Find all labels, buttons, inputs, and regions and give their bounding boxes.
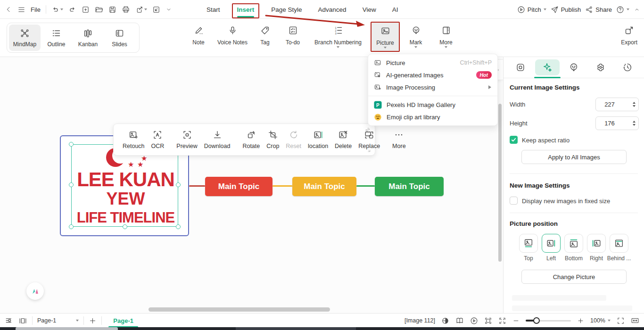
redo-button[interactable] bbox=[68, 6, 76, 14]
undo-button[interactable] bbox=[51, 6, 63, 14]
frame-icon[interactable] bbox=[484, 317, 492, 325]
width-stepper[interactable] bbox=[633, 102, 636, 107]
retouch-button[interactable]: Retouch bbox=[119, 130, 148, 149]
handbook-icon[interactable] bbox=[455, 316, 464, 325]
tool-picture[interactable]: Picture bbox=[372, 23, 399, 51]
slideshow-icon[interactable] bbox=[18, 316, 27, 325]
export-button[interactable]: Export bbox=[621, 22, 637, 46]
position-right[interactable]: Right bbox=[586, 234, 607, 262]
tab-sticker[interactable] bbox=[588, 59, 613, 75]
apply-to-all-button[interactable]: Apply to All Images bbox=[521, 150, 627, 164]
preview-button[interactable]: Preview bbox=[173, 130, 200, 149]
outline-location-icon[interactable] bbox=[5, 316, 14, 325]
tool-branch-numbering[interactable]: 123 Branch Numbering bbox=[308, 22, 368, 50]
main-topic-green[interactable]: Main Topic bbox=[375, 177, 444, 196]
more-button[interactable]: More bbox=[389, 130, 409, 149]
tab-ai[interactable]: AI bbox=[391, 5, 399, 14]
tab-image-settings[interactable] bbox=[535, 59, 560, 75]
new-file-button[interactable] bbox=[82, 6, 90, 14]
menu-item-image-processing[interactable]: Image Processing bbox=[368, 81, 497, 93]
view-mode-outline[interactable]: Outline bbox=[41, 25, 72, 51]
page-select[interactable]: Page-1 bbox=[37, 317, 79, 324]
add-page-button[interactable] bbox=[89, 317, 97, 325]
fit-screen-icon[interactable] bbox=[498, 317, 506, 325]
toolbar-collapse-icon[interactable] bbox=[165, 6, 172, 13]
tab-style[interactable] bbox=[508, 59, 533, 75]
fixed-size-checkbox[interactable] bbox=[510, 197, 518, 205]
menu-item-pexels[interactable]: P Pexels HD Image Gallery bbox=[368, 99, 497, 111]
zoom-slider-knob[interactable] bbox=[533, 317, 540, 324]
page-tab[interactable]: Page-1 bbox=[107, 317, 140, 324]
change-picture-button[interactable]: Change Picture bbox=[521, 270, 627, 284]
tab-history[interactable] bbox=[615, 59, 640, 75]
zoom-out-button[interactable] bbox=[512, 317, 520, 324]
selection-handle[interactable] bbox=[176, 182, 181, 187]
crop-button[interactable]: Crop bbox=[263, 130, 282, 149]
tab-insert[interactable]: Insert bbox=[235, 5, 256, 14]
play-slideshow-icon[interactable] bbox=[470, 317, 478, 325]
menu-item-ai-images[interactable]: AI-generated Images Hot bbox=[368, 69, 497, 81]
delete-button[interactable]: Delete bbox=[331, 130, 355, 149]
zoom-slider[interactable] bbox=[526, 320, 571, 322]
menu-item-emoji-library[interactable]: Emoji clip art library bbox=[368, 111, 497, 123]
position-left[interactable]: Left bbox=[541, 234, 561, 262]
position-bottom[interactable]: Bottom bbox=[563, 234, 584, 262]
publish-button[interactable]: Publish bbox=[551, 6, 581, 14]
tab-page-style[interactable]: Page Style bbox=[270, 5, 303, 14]
tool-more[interactable]: More bbox=[431, 22, 461, 50]
export-share-button[interactable] bbox=[135, 6, 147, 14]
tool-mark[interactable]: Mark bbox=[401, 22, 431, 50]
selection-handle[interactable] bbox=[176, 224, 181, 229]
import-button[interactable] bbox=[152, 6, 160, 14]
print-button[interactable] bbox=[122, 5, 130, 14]
zoom-in-button[interactable] bbox=[577, 317, 584, 324]
selection-handle[interactable] bbox=[69, 142, 74, 147]
location-button[interactable]: location bbox=[305, 130, 331, 149]
file-menu[interactable]: File bbox=[31, 6, 41, 13]
collapse-ribbon-icon[interactable] bbox=[634, 6, 640, 13]
menu-icon[interactable] bbox=[17, 6, 25, 14]
rotate-button[interactable]: Rotate bbox=[239, 130, 263, 149]
help-button[interactable] bbox=[616, 6, 629, 14]
selection-handle[interactable] bbox=[69, 224, 74, 229]
tab-view[interactable]: View bbox=[362, 5, 377, 14]
tool-voice-notes[interactable]: Voice Notes bbox=[212, 22, 253, 50]
view-mode-kanban[interactable]: Kanban bbox=[72, 25, 104, 51]
tab-mark[interactable] bbox=[561, 59, 586, 75]
height-input[interactable] bbox=[596, 120, 623, 127]
corner-resize-icon[interactable] bbox=[365, 147, 371, 152]
fit-width-icon[interactable] bbox=[631, 316, 639, 325]
menu-item-picture[interactable]: Picture Ctrl+Shift+P bbox=[368, 57, 497, 69]
main-topic-yellow[interactable]: Main Topic bbox=[292, 177, 356, 196]
tool-todo[interactable]: To-do bbox=[277, 22, 308, 50]
position-top[interactable]: Top bbox=[518, 234, 539, 262]
tool-note[interactable]: Note bbox=[185, 22, 212, 50]
share-button[interactable]: Share bbox=[585, 6, 612, 14]
save-button[interactable] bbox=[108, 6, 116, 14]
main-topic-red[interactable]: Main Topic bbox=[205, 177, 272, 196]
fullscreen-icon[interactable] bbox=[617, 317, 625, 325]
keep-aspect-checkbox[interactable] bbox=[510, 136, 518, 144]
app-logo-badge[interactable] bbox=[26, 282, 44, 300]
view-mode-mindmap[interactable]: MindMap bbox=[9, 25, 41, 51]
position-behind[interactable]: Behind ... bbox=[609, 234, 629, 262]
view-mode-slides[interactable]: Slides bbox=[104, 25, 135, 51]
tab-advanced[interactable]: Advanced bbox=[317, 5, 347, 14]
vertical-scrollbar[interactable] bbox=[498, 104, 502, 262]
horizontal-scrollbar[interactable] bbox=[149, 307, 330, 312]
share-nodes-icon bbox=[585, 6, 593, 14]
tool-tag[interactable]: Tag bbox=[253, 22, 277, 50]
pin-icon[interactable] bbox=[364, 127, 371, 133]
zoom-level[interactable]: 100% bbox=[590, 317, 611, 324]
width-input[interactable] bbox=[596, 101, 623, 108]
pitch-button[interactable]: Pitch bbox=[517, 6, 546, 14]
open-file-button[interactable] bbox=[95, 5, 103, 14]
selection-handle[interactable] bbox=[69, 182, 74, 187]
download-button[interactable]: Download bbox=[201, 130, 234, 149]
ocr-button[interactable]: OCR bbox=[148, 130, 168, 149]
back-icon[interactable] bbox=[5, 6, 12, 13]
height-stepper[interactable] bbox=[633, 121, 636, 126]
pie-view-icon[interactable] bbox=[441, 317, 449, 325]
tab-start[interactable]: Start bbox=[206, 5, 221, 14]
selection-handle[interactable] bbox=[123, 224, 127, 229]
